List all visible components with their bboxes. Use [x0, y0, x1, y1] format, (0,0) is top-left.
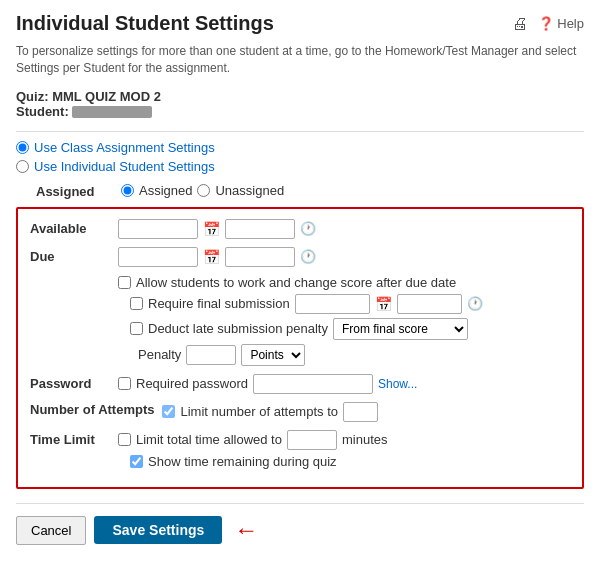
radio-individual-settings-label: Use Individual Student Settings	[34, 159, 215, 174]
quiz-label: Quiz:	[16, 89, 49, 104]
help-circle-icon: ❓	[538, 16, 554, 31]
print-icon[interactable]: 🖨	[512, 15, 528, 33]
settings-box: Available 08/09/2021 📅 12:00 AM 🕐 Due 08…	[16, 207, 584, 489]
footer-buttons: Cancel Save Settings ←	[16, 512, 584, 545]
assigned-option[interactable]: Assigned	[121, 183, 192, 198]
time-limit-label: Time Limit	[30, 430, 110, 447]
due-content: 08/15/2021 📅 11:59 PM 🕐 Allow students t…	[118, 247, 570, 366]
assigned-option-label: Assigned	[139, 183, 192, 198]
cancel-button[interactable]: Cancel	[16, 516, 86, 545]
time-limit-row: Time Limit Limit total time allowed to 6…	[30, 430, 570, 469]
require-final-label: Require final submission	[148, 296, 290, 311]
limit-time-label: Limit total time allowed to	[136, 432, 282, 447]
radio-class-settings[interactable]: Use Class Assignment Settings	[16, 140, 584, 155]
available-calendar-icon[interactable]: 📅	[203, 221, 220, 237]
quiz-info: Quiz: MML QUIZ MOD 2 Student:	[16, 89, 584, 119]
allow-after-due-label: Allow students to work and change score …	[136, 275, 456, 290]
required-password-label: Required password	[136, 376, 248, 391]
radio-individual-settings-input[interactable]	[16, 160, 29, 173]
radio-group: Use Class Assignment Settings Use Indivi…	[16, 140, 584, 174]
arrow-icon: ←	[234, 516, 258, 544]
due-label: Due	[30, 247, 110, 264]
available-label: Available	[30, 219, 110, 236]
radio-class-settings-label: Use Class Assignment Settings	[34, 140, 215, 155]
penalty-type-select[interactable]: Points	[241, 344, 305, 366]
require-final-date-input[interactable]	[295, 294, 370, 314]
radio-class-settings-input[interactable]	[16, 141, 29, 154]
available-content: 08/09/2021 📅 12:00 AM 🕐	[118, 219, 570, 239]
unassigned-option[interactable]: Unassigned	[197, 183, 284, 198]
save-button[interactable]: Save Settings	[94, 516, 222, 544]
password-label: Password	[30, 374, 110, 391]
page-title: Individual Student Settings	[16, 12, 274, 35]
assigned-radio[interactable]	[121, 184, 134, 197]
limit-attempts-checkbox[interactable]	[162, 405, 175, 418]
penalty-from-select[interactable]: From final score From attempt score	[333, 318, 468, 340]
available-clock-icon[interactable]: 🕐	[300, 221, 316, 236]
due-date-input[interactable]: 08/15/2021	[118, 247, 198, 267]
unassigned-radio[interactable]	[197, 184, 210, 197]
help-label: Help	[557, 16, 584, 31]
divider	[16, 131, 584, 132]
require-final-checkbox[interactable]	[130, 297, 143, 310]
show-remaining-checkbox[interactable]	[130, 455, 143, 468]
student-name-blurred	[72, 106, 152, 118]
assigned-label: Assigned	[36, 182, 116, 199]
attempts-row: Number of Attempts Limit number of attem…	[30, 402, 570, 422]
require-final-time-input[interactable]	[397, 294, 462, 314]
attempts-label-text: Number of Attempts	[30, 402, 154, 417]
attempts-label: Number of Attempts	[30, 402, 154, 419]
unassigned-option-label: Unassigned	[215, 183, 284, 198]
available-row: Available 08/09/2021 📅 12:00 AM 🕐	[30, 219, 570, 239]
header-actions: 🖨 ❓ Help	[512, 15, 584, 33]
attempts-value-input[interactable]: 2	[343, 402, 378, 422]
help-link[interactable]: ❓ Help	[538, 16, 584, 31]
deduct-penalty-checkbox[interactable]	[130, 322, 143, 335]
allow-after-due-checkbox[interactable]	[118, 276, 131, 289]
assigned-row: Assigned Assigned Unassigned	[36, 182, 584, 199]
require-final-calendar-icon[interactable]: 📅	[375, 296, 392, 312]
penalty-label: Penalty	[138, 347, 181, 362]
penalty-value-input[interactable]	[186, 345, 236, 365]
due-calendar-icon[interactable]: 📅	[203, 249, 220, 265]
radio-individual-settings[interactable]: Use Individual Student Settings	[16, 159, 584, 174]
time-value-input[interactable]: 60	[287, 430, 337, 450]
required-password-checkbox[interactable]	[118, 377, 131, 390]
quiz-name: MML QUIZ MOD 2	[52, 89, 161, 104]
footer-divider	[16, 503, 584, 504]
student-label: Student:	[16, 104, 69, 119]
intro-text: To personalize settings for more than on…	[16, 43, 584, 77]
password-content: Required password Show...	[118, 374, 570, 394]
show-remaining-label: Show time remaining during quiz	[148, 454, 337, 469]
due-time-input[interactable]: 11:59 PM	[225, 247, 295, 267]
limit-attempts-label: Limit number of attempts to	[180, 404, 338, 419]
minutes-label: minutes	[342, 432, 388, 447]
limit-time-checkbox[interactable]	[118, 433, 131, 446]
deduct-penalty-label: Deduct late submission penalty	[148, 321, 328, 336]
time-limit-content: Limit total time allowed to 60 minutes S…	[118, 430, 570, 469]
password-row: Password Required password Show...	[30, 374, 570, 394]
due-row: Due 08/15/2021 📅 11:59 PM 🕐 Allow studen…	[30, 247, 570, 366]
show-password-link[interactable]: Show...	[378, 377, 417, 391]
available-time-input[interactable]: 12:00 AM	[225, 219, 295, 239]
attempts-content: Limit number of attempts to 2	[162, 402, 570, 422]
due-clock-icon[interactable]: 🕐	[300, 249, 316, 264]
require-final-clock-icon[interactable]: 🕐	[467, 296, 483, 311]
available-date-input[interactable]: 08/09/2021	[118, 219, 198, 239]
password-input[interactable]	[253, 374, 373, 394]
